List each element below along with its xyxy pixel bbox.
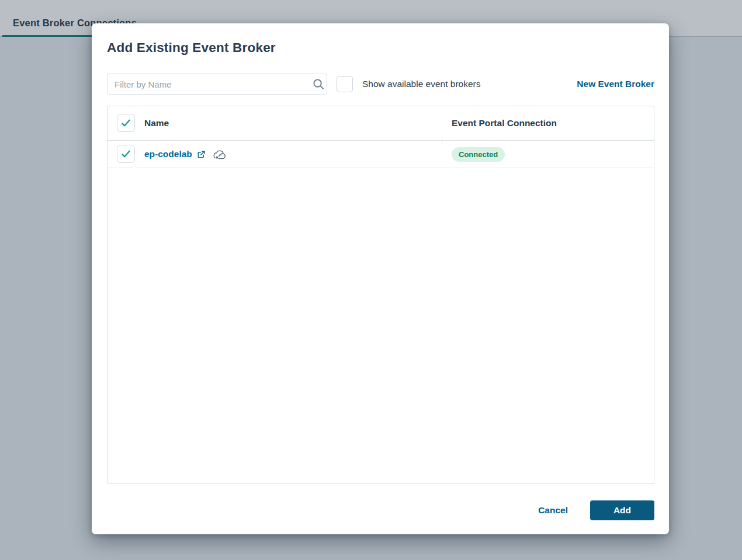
add-existing-event-broker-modal: Add Existing Event Broker Show available… bbox=[92, 23, 669, 534]
select-all-checkbox[interactable] bbox=[117, 114, 135, 132]
modal-footer: Cancel Add bbox=[538, 500, 654, 520]
show-available-label: Show available event brokers bbox=[362, 74, 480, 95]
broker-name-link[interactable]: ep-codelab bbox=[144, 149, 192, 159]
table-row[interactable]: ep-codelab bbox=[108, 141, 654, 168]
connected-status-badge: Connected bbox=[452, 147, 505, 162]
add-button[interactable]: Add bbox=[590, 500, 654, 520]
external-link-icon[interactable] bbox=[197, 150, 206, 159]
table-header-row: Name Event Portal Connection bbox=[108, 106, 654, 141]
row-name-cell: ep-codelab bbox=[144, 141, 227, 168]
search-icon bbox=[313, 78, 324, 90]
event-brokers-table: Name Event Portal Connection ep-codelab bbox=[107, 106, 654, 484]
show-available-checkbox[interactable] bbox=[337, 76, 353, 92]
row-checkbox[interactable] bbox=[117, 145, 135, 163]
new-event-broker-link[interactable]: New Event Broker bbox=[577, 74, 654, 95]
modal-title: Add Existing Event Broker bbox=[107, 40, 276, 55]
column-header-event-portal-connection[interactable]: Event Portal Connection bbox=[452, 106, 557, 140]
cloud-streaming-icon bbox=[213, 148, 227, 161]
row-status-cell: Connected bbox=[452, 141, 505, 168]
checkmark-icon bbox=[120, 148, 132, 160]
cancel-button[interactable]: Cancel bbox=[538, 505, 568, 516]
filter-by-name-input[interactable] bbox=[107, 74, 327, 95]
column-header-name[interactable]: Name bbox=[144, 106, 169, 140]
checkmark-icon bbox=[120, 117, 132, 129]
